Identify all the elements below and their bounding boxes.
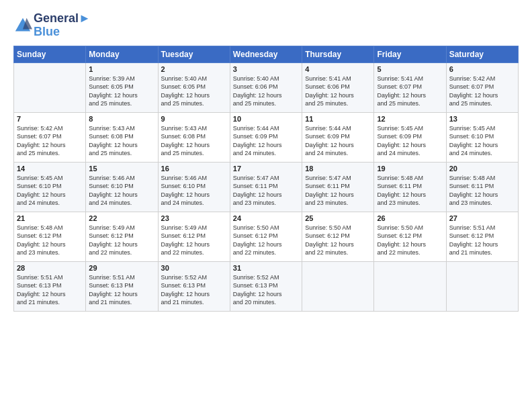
day-info: Sunrise: 5:40 AM Sunset: 6:06 PM Dayligh… (233, 75, 299, 108)
day-number: 1 (89, 65, 154, 73)
day-info: Sunrise: 5:41 AM Sunset: 6:07 PM Dayligh… (377, 75, 443, 108)
weekday-header-friday: Friday (374, 46, 446, 62)
day-number: 2 (161, 65, 227, 73)
day-info: Sunrise: 5:45 AM Sunset: 6:10 PM Dayligh… (449, 124, 515, 158)
calendar-cell: 9Sunrise: 5:43 AM Sunset: 6:08 PM Daylig… (158, 112, 230, 162)
day-number: 14 (17, 165, 83, 173)
page-container: General► Blue SundayMondayTuesdayWednesd… (0, 0, 532, 318)
day-number: 22 (89, 214, 154, 222)
day-info: Sunrise: 5:43 AM Sunset: 6:08 PM Dayligh… (89, 124, 154, 158)
calendar-cell: 14Sunrise: 5:45 AM Sunset: 6:10 PM Dayli… (14, 162, 86, 212)
calendar-cell: 27Sunrise: 5:51 AM Sunset: 6:12 PM Dayli… (446, 212, 518, 261)
calendar-cell: 7Sunrise: 5:42 AM Sunset: 6:07 PM Daylig… (14, 112, 86, 162)
calendar-cell (302, 261, 374, 311)
calendar-cell: 3Sunrise: 5:40 AM Sunset: 6:06 PM Daylig… (230, 62, 302, 112)
day-number: 7 (17, 115, 83, 123)
day-info: Sunrise: 5:51 AM Sunset: 6:12 PM Dayligh… (449, 224, 515, 257)
weekday-header-saturday: Saturday (446, 46, 518, 62)
day-number: 21 (17, 214, 83, 222)
day-info: Sunrise: 5:46 AM Sunset: 6:10 PM Dayligh… (161, 174, 227, 208)
day-info: Sunrise: 5:44 AM Sunset: 6:09 PM Dayligh… (305, 124, 371, 158)
day-info: Sunrise: 5:48 AM Sunset: 6:11 PM Dayligh… (377, 174, 443, 208)
day-number: 27 (449, 214, 515, 222)
day-number: 18 (305, 165, 371, 173)
day-info: Sunrise: 5:42 AM Sunset: 6:07 PM Dayligh… (449, 75, 515, 108)
calendar-cell: 31Sunrise: 5:52 AM Sunset: 6:13 PM Dayli… (230, 261, 302, 311)
calendar-cell: 30Sunrise: 5:52 AM Sunset: 6:13 PM Dayli… (158, 261, 230, 311)
day-number: 25 (305, 214, 371, 222)
calendar-cell: 16Sunrise: 5:46 AM Sunset: 6:10 PM Dayli… (158, 162, 230, 212)
day-info: Sunrise: 5:51 AM Sunset: 6:13 PM Dayligh… (17, 273, 83, 307)
header-row: General► Blue (13, 12, 519, 39)
calendar-cell: 6Sunrise: 5:42 AM Sunset: 6:07 PM Daylig… (446, 62, 518, 112)
day-info: Sunrise: 5:44 AM Sunset: 6:09 PM Dayligh… (233, 124, 299, 158)
day-number: 4 (305, 65, 371, 73)
day-number: 11 (305, 115, 371, 123)
day-info: Sunrise: 5:39 AM Sunset: 6:05 PM Dayligh… (89, 75, 154, 108)
calendar-table: SundayMondayTuesdayWednesdayThursdayFrid… (13, 46, 519, 312)
calendar-cell: 1Sunrise: 5:39 AM Sunset: 6:05 PM Daylig… (86, 62, 158, 112)
weekday-header-monday: Monday (86, 46, 158, 62)
day-info: Sunrise: 5:45 AM Sunset: 6:09 PM Dayligh… (377, 124, 443, 158)
calendar-cell: 2Sunrise: 5:40 AM Sunset: 6:05 PM Daylig… (158, 62, 230, 112)
day-info: Sunrise: 5:50 AM Sunset: 6:12 PM Dayligh… (305, 224, 371, 257)
day-info: Sunrise: 5:50 AM Sunset: 6:12 PM Dayligh… (377, 224, 443, 257)
calendar-cell: 28Sunrise: 5:51 AM Sunset: 6:13 PM Dayli… (14, 261, 86, 311)
day-info: Sunrise: 5:46 AM Sunset: 6:10 PM Dayligh… (89, 174, 154, 208)
calendar-cell: 4Sunrise: 5:41 AM Sunset: 6:06 PM Daylig… (302, 62, 374, 112)
day-info: Sunrise: 5:47 AM Sunset: 6:11 PM Dayligh… (233, 174, 299, 208)
day-number: 29 (89, 264, 154, 272)
day-number: 6 (449, 65, 515, 73)
logo: General► Blue (13, 12, 91, 39)
weekday-header-thursday: Thursday (302, 46, 374, 62)
logo-icon (13, 16, 32, 35)
day-number: 9 (161, 115, 227, 123)
day-number: 19 (377, 165, 443, 173)
day-info: Sunrise: 5:43 AM Sunset: 6:08 PM Dayligh… (161, 124, 227, 158)
calendar-cell: 23Sunrise: 5:49 AM Sunset: 6:12 PM Dayli… (158, 212, 230, 261)
calendar-cell (374, 261, 446, 311)
day-number: 17 (233, 165, 299, 173)
day-info: Sunrise: 5:49 AM Sunset: 6:12 PM Dayligh… (161, 224, 227, 257)
calendar-cell (446, 261, 518, 311)
calendar-cell: 18Sunrise: 5:47 AM Sunset: 6:11 PM Dayli… (302, 162, 374, 212)
day-info: Sunrise: 5:45 AM Sunset: 6:10 PM Dayligh… (17, 174, 83, 208)
calendar-cell: 29Sunrise: 5:51 AM Sunset: 6:13 PM Dayli… (86, 261, 158, 311)
weekday-header-sunday: Sunday (14, 46, 86, 62)
day-number: 23 (161, 214, 227, 222)
calendar-week-row: 1Sunrise: 5:39 AM Sunset: 6:05 PM Daylig… (14, 62, 519, 112)
calendar-cell: 15Sunrise: 5:46 AM Sunset: 6:10 PM Dayli… (86, 162, 158, 212)
calendar-cell: 8Sunrise: 5:43 AM Sunset: 6:08 PM Daylig… (86, 112, 158, 162)
calendar-week-row: 21Sunrise: 5:48 AM Sunset: 6:12 PM Dayli… (14, 212, 519, 261)
calendar-cell: 20Sunrise: 5:48 AM Sunset: 6:11 PM Dayli… (446, 162, 518, 212)
day-number: 20 (449, 165, 515, 173)
day-number: 28 (17, 264, 83, 272)
day-info: Sunrise: 5:42 AM Sunset: 6:07 PM Dayligh… (17, 124, 83, 158)
day-number: 8 (89, 115, 154, 123)
day-number: 31 (233, 264, 299, 272)
day-info: Sunrise: 5:52 AM Sunset: 6:13 PM Dayligh… (233, 273, 299, 307)
weekday-header-row: SundayMondayTuesdayWednesdayThursdayFrid… (14, 46, 519, 62)
day-info: Sunrise: 5:48 AM Sunset: 6:12 PM Dayligh… (17, 224, 83, 257)
day-number: 12 (377, 115, 443, 123)
calendar-cell: 25Sunrise: 5:50 AM Sunset: 6:12 PM Dayli… (302, 212, 374, 261)
day-number: 15 (89, 165, 154, 173)
calendar-cell: 13Sunrise: 5:45 AM Sunset: 6:10 PM Dayli… (446, 112, 518, 162)
calendar-week-row: 28Sunrise: 5:51 AM Sunset: 6:13 PM Dayli… (14, 261, 519, 311)
weekday-header-tuesday: Tuesday (158, 46, 230, 62)
calendar-cell: 11Sunrise: 5:44 AM Sunset: 6:09 PM Dayli… (302, 112, 374, 162)
calendar-cell: 26Sunrise: 5:50 AM Sunset: 6:12 PM Dayli… (374, 212, 446, 261)
day-info: Sunrise: 5:47 AM Sunset: 6:11 PM Dayligh… (305, 174, 371, 208)
calendar-cell: 21Sunrise: 5:48 AM Sunset: 6:12 PM Dayli… (14, 212, 86, 261)
calendar-cell: 12Sunrise: 5:45 AM Sunset: 6:09 PM Dayli… (374, 112, 446, 162)
day-number: 30 (161, 264, 227, 272)
day-number: 13 (449, 115, 515, 123)
day-info: Sunrise: 5:52 AM Sunset: 6:13 PM Dayligh… (161, 273, 227, 307)
calendar-cell: 19Sunrise: 5:48 AM Sunset: 6:11 PM Dayli… (374, 162, 446, 212)
calendar-cell: 24Sunrise: 5:50 AM Sunset: 6:12 PM Dayli… (230, 212, 302, 261)
calendar-cell: 17Sunrise: 5:47 AM Sunset: 6:11 PM Dayli… (230, 162, 302, 212)
day-number: 10 (233, 115, 299, 123)
logo-text: General► Blue (34, 12, 91, 39)
day-number: 3 (233, 65, 299, 73)
day-info: Sunrise: 5:50 AM Sunset: 6:12 PM Dayligh… (233, 224, 299, 257)
